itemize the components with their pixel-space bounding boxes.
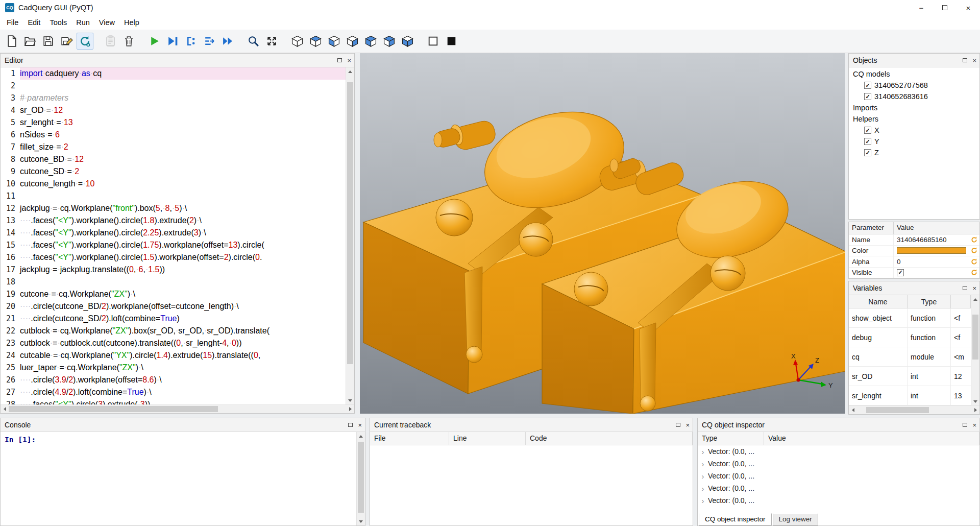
- traceback-header[interactable]: File: [370, 432, 449, 445]
- code-line-24[interactable]: 24cutcable·=·cq.Workplane("YX").circle(1…: [1, 349, 346, 362]
- code-line-2[interactable]: 2: [1, 80, 346, 92]
- code-line-1[interactable]: 1import·cadquery·as·cq: [1, 67, 346, 80]
- code-line-12[interactable]: 12jackplug·=·cq.Workplane("front").box(5…: [1, 202, 346, 214]
- view-right-button[interactable]: [381, 33, 398, 50]
- code-line-22[interactable]: 22cutblock·=·cq.Workplane("ZX").box(sr_O…: [1, 325, 346, 337]
- color-swatch[interactable]: [897, 247, 966, 254]
- close-panel-button[interactable]: ×: [972, 57, 976, 64]
- code-line-7[interactable]: 7fillet_size·=·2: [1, 141, 346, 153]
- close-panel-button[interactable]: ×: [358, 421, 362, 429]
- objects-tree-item-helpers[interactable]: Helpers: [849, 113, 979, 125]
- inspector-header[interactable]: Type: [698, 432, 764, 445]
- autoreload-toggle[interactable]: [77, 33, 93, 50]
- view-left-button[interactable]: [362, 33, 379, 50]
- expand-icon[interactable]: ›: [698, 447, 708, 456]
- code-line-19[interactable]: 19cutcone·=·cq.Workplane("ZX")·\: [1, 288, 346, 300]
- inspector-header[interactable]: Value: [764, 432, 979, 445]
- checkbox[interactable]: ✓: [897, 269, 904, 276]
- close-panel-button[interactable]: ×: [347, 57, 351, 64]
- variables-header[interactable]: [951, 295, 971, 308]
- traceback-header[interactable]: Line: [449, 432, 526, 445]
- step-button[interactable]: [183, 33, 200, 50]
- variables-header[interactable]: Type: [908, 295, 951, 308]
- float-panel-button[interactable]: [963, 286, 967, 290]
- view-back-button[interactable]: [344, 33, 361, 50]
- code-line-21[interactable]: 21····.circle(cutcone_SD/2).loft(combine…: [1, 313, 346, 325]
- menu-edit[interactable]: Edit: [23, 16, 45, 29]
- traceback-header[interactable]: Code: [526, 432, 693, 445]
- code-line-14[interactable]: 14····.faces("<Y").workplane().circle(2.…: [1, 227, 346, 239]
- variable-row-cq[interactable]: cqmodule<m: [849, 347, 971, 367]
- scrollbar-thumb[interactable]: [358, 442, 364, 513]
- fit-view-button[interactable]: [263, 33, 280, 50]
- menu-help[interactable]: Help: [119, 16, 144, 29]
- scrollbar-thumb[interactable]: [972, 315, 978, 360]
- open-button[interactable]: [21, 33, 38, 50]
- code-line-8[interactable]: 8cutcone_BD·=·12: [1, 153, 346, 165]
- view-iso-button[interactable]: [289, 33, 306, 50]
- code-line-4[interactable]: 4sr_OD·=·12: [1, 104, 346, 116]
- menu-view[interactable]: View: [94, 16, 119, 29]
- float-panel-button[interactable]: [963, 423, 967, 427]
- code-line-10[interactable]: 10cutcone_length·=·10: [1, 178, 346, 190]
- close-button[interactable]: ×: [957, 0, 980, 15]
- float-panel-button[interactable]: [337, 58, 342, 62]
- step-into-button[interactable]: [201, 33, 218, 50]
- variables-vscrollbar[interactable]: [971, 295, 979, 405]
- view-bottom-button[interactable]: [399, 33, 416, 50]
- code-line-9[interactable]: 9cutcone_SD·=·2: [1, 165, 346, 178]
- zoom-button[interactable]: [245, 33, 262, 50]
- checkbox[interactable]: ✓: [864, 127, 871, 134]
- save-as-button[interactable]: [58, 33, 75, 50]
- inspector-row[interactable]: ›Vector: (0.0, ...: [698, 445, 979, 458]
- splitter[interactable]: [0, 414, 980, 418]
- close-panel-button[interactable]: ×: [972, 421, 976, 429]
- code-line-6[interactable]: 6nSides·=·6: [1, 129, 346, 141]
- code-area[interactable]: 1import·cadquery·as·cq23#·parameters4sr_…: [1, 67, 346, 404]
- variable-row-debug[interactable]: debugfunction<f: [849, 328, 971, 347]
- code-line-16[interactable]: 16····.faces("<Y").workplane().circle(1.…: [1, 251, 346, 264]
- maximize-button[interactable]: [933, 0, 957, 15]
- variable-row-sr_OD[interactable]: sr_ODint12: [849, 367, 971, 386]
- code-line-11[interactable]: 11: [1, 190, 346, 202]
- variable-row-show_object[interactable]: show_objectfunction<f: [849, 308, 971, 328]
- shaded-button[interactable]: [443, 33, 460, 50]
- variables-header[interactable]: Name: [849, 295, 908, 308]
- close-panel-button[interactable]: ×: [685, 421, 690, 429]
- splitter[interactable]: [365, 418, 370, 526]
- checkbox[interactable]: ✓: [864, 93, 871, 100]
- code-line-26[interactable]: 26····.circle(3.9/2).workplane(offset=8.…: [1, 374, 346, 386]
- variables-hscrollbar[interactable]: [849, 405, 979, 414]
- render-button[interactable]: [146, 33, 163, 50]
- minimize-button[interactable]: −: [910, 0, 933, 15]
- float-panel-button[interactable]: [676, 423, 680, 427]
- reset-property-button[interactable]: [968, 247, 979, 254]
- checkbox[interactable]: ✓: [864, 82, 871, 89]
- code-line-28[interactable]: 28····.faces("<Y").circle(3).extrude(-3)…: [1, 398, 346, 404]
- view-top-button[interactable]: [307, 33, 324, 50]
- debug-button[interactable]: [164, 33, 181, 50]
- splitter[interactable]: [693, 418, 697, 526]
- new-file-button[interactable]: [3, 33, 20, 50]
- checkbox[interactable]: ✓: [864, 149, 871, 156]
- menu-run[interactable]: Run: [71, 16, 94, 29]
- reset-property-button[interactable]: [968, 236, 979, 244]
- tab-log-viewer[interactable]: Log viewer: [773, 513, 818, 525]
- console-prompt[interactable]: In [1]:: [1, 432, 356, 525]
- view-front-button[interactable]: [326, 33, 342, 50]
- objects-tree-item-z[interactable]: ✓Z: [849, 147, 979, 158]
- expand-icon[interactable]: ›: [698, 496, 708, 505]
- code-line-3[interactable]: 3#·parameters: [1, 92, 346, 104]
- code-line-18[interactable]: 18: [1, 276, 346, 288]
- menu-tools[interactable]: Tools: [45, 16, 71, 29]
- inspector-row[interactable]: ›Vector: (0.0, ...: [698, 482, 979, 494]
- code-line-23[interactable]: 23cutblock·=·cutblock.cut(cutcone).trans…: [1, 337, 346, 349]
- property-value[interactable]: [894, 247, 968, 254]
- editor-vscrollbar[interactable]: [346, 67, 354, 404]
- variable-row-sr_lenght[interactable]: sr_lenghtint13: [849, 386, 971, 405]
- tab-cq-object-inspector[interactable]: CQ object inspector: [699, 513, 772, 525]
- expand-icon[interactable]: ›: [698, 472, 708, 481]
- expand-icon[interactable]: ›: [698, 460, 708, 468]
- objects-tree-item-3140652683616[interactable]: ✓3140652683616: [849, 91, 979, 102]
- code-line-15[interactable]: 15····.faces("<Y").workplane().circle(1.…: [1, 239, 346, 251]
